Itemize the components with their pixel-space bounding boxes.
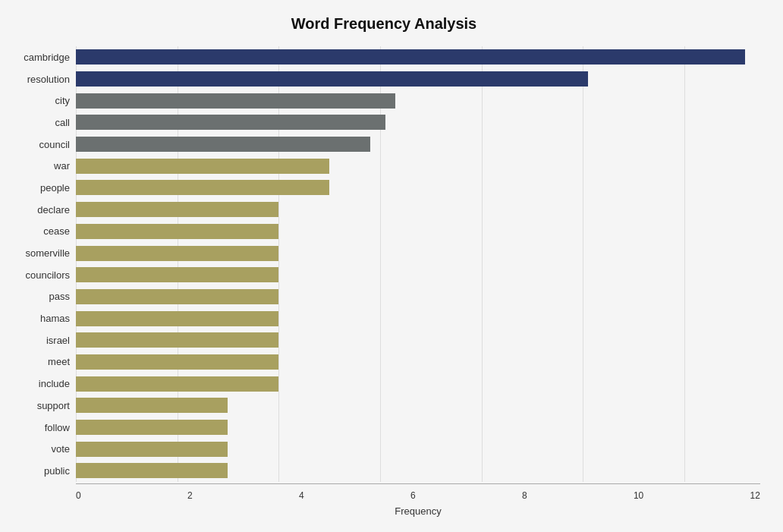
bar-row-call xyxy=(76,112,760,132)
bar-row-cease xyxy=(76,222,760,241)
grid-line xyxy=(76,46,77,482)
chart-container: Word Frequency Analysis cambridgeresolut… xyxy=(0,0,783,532)
x-tick: 8 xyxy=(522,490,527,501)
y-label-hamas: hamas xyxy=(8,309,70,329)
bars-area xyxy=(76,46,760,482)
y-label-call: call xyxy=(8,112,70,132)
grid-line xyxy=(178,46,178,482)
grid-line xyxy=(583,46,583,482)
x-tick: 2 xyxy=(187,490,193,501)
x-tick: 10 xyxy=(634,490,643,501)
bar-row-people xyxy=(76,178,760,197)
grid-lines xyxy=(76,46,760,482)
y-label-support: support xyxy=(8,395,70,415)
bar-row-war xyxy=(76,156,760,176)
y-labels: cambridgeresolutioncitycallcouncilwarpeo… xyxy=(8,46,76,482)
y-label-public: public xyxy=(8,461,70,480)
bar-row-city xyxy=(76,91,760,111)
y-label-follow: follow xyxy=(8,417,70,437)
bar-row-meet xyxy=(76,352,760,372)
y-label-israel: israel xyxy=(8,330,70,350)
bar-resolution xyxy=(76,71,588,87)
bar-people xyxy=(76,180,329,195)
y-label-declare: declare xyxy=(8,200,70,219)
bar-include xyxy=(76,376,278,392)
bar-support xyxy=(76,398,228,413)
bar-hamas xyxy=(76,311,278,326)
chart-title: Word Frequency Analysis xyxy=(8,15,760,33)
bar-cambridge xyxy=(76,49,745,65)
y-label-city: city xyxy=(8,91,70,111)
grid-line xyxy=(684,46,685,482)
y-label-pass: pass xyxy=(8,287,70,307)
x-tick: 6 xyxy=(410,490,416,501)
bar-row-pass xyxy=(76,287,760,307)
bar-follow xyxy=(76,420,228,435)
x-tick: 0 xyxy=(76,490,81,501)
bar-cease xyxy=(76,224,278,239)
y-label-somerville: somerville xyxy=(8,244,70,263)
bar-war xyxy=(76,159,329,174)
bar-row-include xyxy=(76,374,760,394)
bar-row-declare xyxy=(76,200,760,219)
bar-row-councilors xyxy=(76,265,760,285)
y-label-cambridge: cambridge xyxy=(8,47,70,67)
grid-line xyxy=(380,46,381,482)
bar-row-hamas xyxy=(76,309,760,329)
x-axis-line xyxy=(76,483,760,484)
bar-call xyxy=(76,115,385,130)
y-label-include: include xyxy=(8,374,70,394)
y-label-councilors: councilors xyxy=(8,265,70,285)
bar-declare xyxy=(76,202,278,217)
bar-row-support xyxy=(76,395,760,415)
bar-meet xyxy=(76,354,278,370)
bar-row-resolution xyxy=(76,69,760,89)
bar-councilors xyxy=(76,267,278,282)
y-label-vote: vote xyxy=(8,439,70,459)
x-axis: 024681012 xyxy=(76,490,760,501)
y-label-war: war xyxy=(8,156,70,176)
x-axis-label: Frequency xyxy=(76,505,760,517)
bar-vote xyxy=(76,442,228,457)
x-tick: 4 xyxy=(299,490,304,501)
bar-row-council xyxy=(76,134,760,154)
y-label-meet: meet xyxy=(8,352,70,372)
bar-row-israel xyxy=(76,330,760,350)
x-tick: 12 xyxy=(750,490,760,501)
bar-pass xyxy=(76,289,278,304)
y-label-cease: cease xyxy=(8,222,70,241)
grid-line xyxy=(278,46,279,482)
grid-line xyxy=(482,46,483,482)
y-label-people: people xyxy=(8,178,70,197)
bar-row-public xyxy=(76,461,760,480)
bar-row-cambridge xyxy=(76,47,760,67)
bar-row-somerville xyxy=(76,244,760,263)
bar-row-follow xyxy=(76,417,760,437)
y-label-council: council xyxy=(8,134,70,154)
bar-israel xyxy=(76,332,278,348)
bar-council xyxy=(76,137,370,152)
bar-public xyxy=(76,463,228,478)
bar-city xyxy=(76,93,395,109)
y-label-resolution: resolution xyxy=(8,69,70,89)
bar-row-vote xyxy=(76,439,760,459)
bar-somerville xyxy=(76,246,278,261)
